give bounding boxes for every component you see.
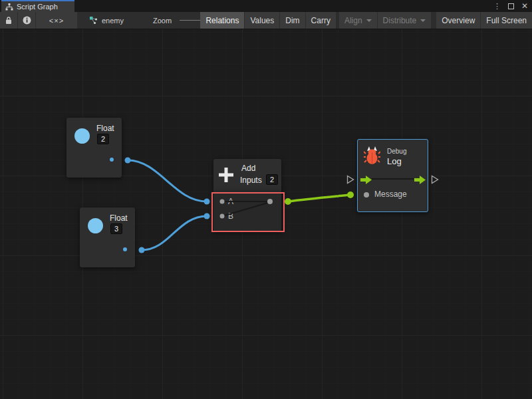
info-button[interactable] <box>18 12 35 29</box>
code-view-glyph: <×> <box>49 17 64 25</box>
lock-button[interactable] <box>0 12 17 29</box>
wire-float2-to-add-b[interactable] <box>142 216 207 250</box>
tab-script-graph[interactable]: Script Graph <box>1 0 74 12</box>
wire-endpoint-dot[interactable] <box>139 247 145 253</box>
maximize-icon[interactable] <box>508 3 514 9</box>
wire-endpoint-dot[interactable] <box>125 158 131 164</box>
graph-canvas[interactable]: Float 2 Float 3 Add Inputs 2 A B <box>0 29 532 399</box>
node-title: Add <box>241 164 255 173</box>
add-node-header[interactable]: Add Inputs 2 <box>213 159 281 191</box>
node-title: Float <box>96 124 114 133</box>
node-category: Debug <box>387 148 406 155</box>
values-button[interactable]: Values <box>245 12 279 29</box>
chevron-down-icon <box>420 19 426 22</box>
script-graph-icon <box>5 3 13 11</box>
float-type-icon <box>88 218 103 233</box>
float-node-1[interactable]: Float 2 <box>66 118 122 178</box>
float-output-port[interactable] <box>123 247 127 251</box>
flow-input-arrow-icon[interactable] <box>360 176 372 184</box>
float-output-port[interactable] <box>110 158 114 162</box>
bug-icon <box>364 146 380 166</box>
window-controls: ⋮ ✕ <box>493 0 528 12</box>
wire-endpoint-dot[interactable] <box>204 213 210 219</box>
float-node-2[interactable]: Float 3 <box>80 207 135 267</box>
message-label: Message <box>374 190 407 199</box>
message-input-port[interactable] <box>364 192 369 198</box>
fullscreen-button[interactable]: Full Screen <box>481 12 532 29</box>
overview-button[interactable]: Overview <box>436 12 480 29</box>
selection-rectangle <box>211 192 285 232</box>
lock-icon <box>5 16 13 25</box>
plus-icon <box>217 166 235 184</box>
tab-title: Script Graph <box>17 3 58 11</box>
window-menu-icon[interactable]: ⋮ <box>493 2 501 11</box>
toolbar-buttons: Relations Values Dim Carry Align Distrib… <box>200 12 532 29</box>
flow-exit-triangle-icon[interactable] <box>431 175 439 184</box>
align-dropdown[interactable]: Align <box>339 12 377 29</box>
info-icon <box>23 16 31 25</box>
flow-entry-triangle-icon[interactable] <box>346 175 354 184</box>
code-view-button[interactable]: <×> <box>36 12 77 29</box>
distribute-dropdown[interactable]: Distribute <box>378 12 432 29</box>
wire-endpoint-dot-green[interactable] <box>347 192 354 198</box>
wire-endpoint-dot[interactable] <box>204 199 210 205</box>
graph-name[interactable]: enemy <box>102 17 124 25</box>
chevron-down-icon <box>366 19 372 22</box>
node-title: Float <box>110 213 128 223</box>
inputs-count-field[interactable]: 2 <box>266 174 278 185</box>
float-value-field[interactable]: 2 <box>97 134 109 144</box>
relations-button[interactable]: Relations <box>200 12 244 29</box>
float-type-icon <box>74 128 90 144</box>
title-bar: Script Graph ⋮ ✕ <box>0 0 532 12</box>
inputs-label: Inputs <box>240 176 262 185</box>
flow-output-arrow-icon[interactable] <box>414 176 426 184</box>
debug-log-node[interactable]: Debug Log Message <box>357 139 428 212</box>
wire-float1-to-add-a[interactable] <box>128 160 207 201</box>
float-value-field[interactable]: 3 <box>110 223 122 234</box>
dim-button[interactable]: Dim <box>280 12 305 29</box>
zoom-label: Zoom <box>153 17 172 25</box>
node-title: Log <box>387 156 402 166</box>
graph-icon <box>89 16 98 25</box>
carry-button[interactable]: Carry <box>306 12 336 29</box>
wire-add-to-debug-message[interactable] <box>288 195 350 201</box>
close-icon[interactable]: ✕ <box>521 1 528 11</box>
wire-endpoint-dot-green[interactable] <box>285 198 291 205</box>
graph-toolbar: <×> enemy Zoom 1x Relations Values Dim C… <box>0 12 532 29</box>
